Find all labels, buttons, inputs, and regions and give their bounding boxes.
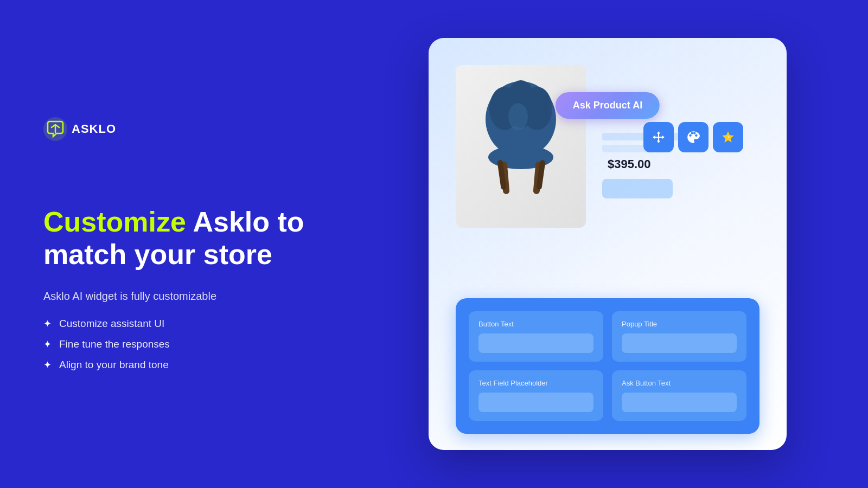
ask-product-ai-button[interactable]: Ask Product AI [556,92,660,119]
logo-icon [43,117,67,141]
svg-point-11 [508,103,528,130]
feature-item-1: ✦ Customize assistant UI [43,318,326,330]
button-text-input[interactable] [478,333,593,353]
feature-list: ✦ Customize assistant UI ✦ Fine tune the… [43,318,326,371]
feature-text-2: Fine tune the responses [59,338,170,350]
placeholder-input[interactable] [478,393,593,412]
popup-title-input[interactable] [622,333,737,353]
ask-button-text-field: Ask Button Text [612,370,746,421]
ask-button-text-label: Ask Button Text [622,379,737,387]
logo-text: ASKLO [72,122,116,136]
button-text-label: Button Text [478,320,593,328]
headline-accent: Customize [43,206,186,237]
product-action-bar [602,179,673,198]
feature-text-1: Customize assistant UI [59,318,164,330]
svg-point-4 [522,87,552,130]
feature-item-2: ✦ Fine tune the responses [43,338,326,350]
logo: ASKLO [43,117,326,141]
ask-button-text-input[interactable] [622,393,737,412]
feature-item-3: ✦ Align to your brand tone [43,359,326,371]
customization-panel: Button Text Popup Title Text Field Place… [456,298,760,434]
popup-title-label: Popup Title [622,320,737,328]
feature-text-3: Align to your brand tone [59,359,169,371]
diamond-icon-2: ✦ [43,338,52,350]
placeholder-field: Text Field Placeholder [469,370,603,421]
placeholder-label: Text Field Placeholder [478,379,593,387]
palette-icon-button[interactable] [678,122,709,152]
headline: Customize Asklo tomatch your store [43,206,326,271]
right-panel: Ask Product AI [369,16,868,472]
product-image [456,65,586,228]
left-panel: ASKLO Customize Asklo tomatch your store… [0,85,369,404]
move-icon-button[interactable] [643,122,674,152]
product-price: $395.00 [608,157,651,171]
diamond-icon-1: ✦ [43,318,52,330]
action-icons-row [643,122,743,152]
product-card: Ask Product AI [429,38,787,450]
stars-icon-button[interactable] [713,122,743,152]
popup-title-field: Popup Title [612,311,746,362]
subtitle: Asklo AI widget is fully customizable [43,290,326,303]
button-text-field: Button Text [469,311,603,362]
diamond-icon-3: ✦ [43,359,52,371]
